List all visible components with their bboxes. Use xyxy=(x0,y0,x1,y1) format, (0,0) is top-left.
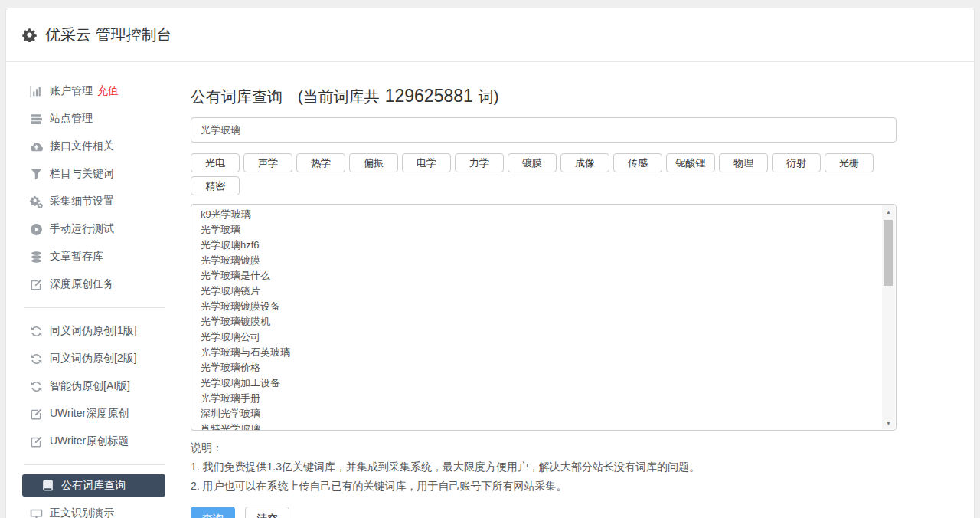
sidebar-item-public-thesaurus-query[interactable]: 公有词库查询 xyxy=(22,474,165,497)
sync-icon xyxy=(30,380,43,393)
sidebar-item-label: 文章暂存库 xyxy=(50,250,103,264)
tag-button-row: 光电声学热学偏振电学力学镀膜成像传感铌酸锂物理衍射光栅精密 xyxy=(191,153,897,195)
keyword-search-input[interactable] xyxy=(191,117,897,143)
sidebar-item-label: UWriter深度原创 xyxy=(50,407,129,421)
sidebar-item-api-files[interactable]: 接口文件相关 xyxy=(6,133,191,160)
notes-line-1: 1. 我们免费提供1.3亿关键词库，并集成到采集系统，最大限度方便用户，解决大部… xyxy=(191,457,897,477)
tag-button[interactable]: 传感 xyxy=(613,153,662,172)
notes-title: 说明： xyxy=(191,438,897,457)
query-button[interactable]: 查询 xyxy=(191,507,235,518)
tag-button[interactable]: 热学 xyxy=(296,153,345,172)
edit-icon xyxy=(30,278,43,291)
notes-line-2: 2. 用户也可以在系统上传自己已有的关键词库，用于自己账号下所有网站采集。 xyxy=(191,477,897,496)
keyword-line: 光学玻璃与石英玻璃 xyxy=(201,345,887,360)
tag-button[interactable]: 力学 xyxy=(455,153,504,172)
tag-button[interactable]: 物理 xyxy=(719,153,768,172)
sidebar-item-deep-original-task[interactable]: 深度原创任务 xyxy=(6,270,191,298)
sidebar-item-label: 采集细节设置 xyxy=(50,195,114,208)
app-card: 优采云 管理控制台 账户管理充值站点管理接口文件相关栏目与关键词采集细节设置手动… xyxy=(5,8,975,518)
play-circle-icon xyxy=(30,223,43,236)
sidebar-item-uwriter-deep-original[interactable]: UWriter深度原创 xyxy=(6,400,191,428)
sidebar-item-label: 手动运行测试 xyxy=(50,222,114,236)
sidebar-item-synonym-rewrite-v1[interactable]: 同义词伪原创[1版] xyxy=(6,317,191,345)
tag-button[interactable]: 精密 xyxy=(191,176,240,195)
gears-icon xyxy=(30,195,43,208)
sync-icon xyxy=(30,325,43,338)
book-icon xyxy=(41,479,54,492)
keyword-line: 光学玻璃hzf6 xyxy=(201,238,887,253)
word-count-value: 129625881 xyxy=(385,85,473,107)
sidebar-item-columns-keywords[interactable]: 栏目与关键词 xyxy=(6,160,191,188)
tag-button[interactable]: 光电 xyxy=(191,153,240,172)
word-count-suffix: 词) xyxy=(479,86,499,107)
keyword-line: 光学玻璃镜片 xyxy=(201,284,887,299)
edit-icon xyxy=(30,435,43,448)
main-panel: 公有词库查询 (当前词库共 129625881 词) 光电声学热学偏振电学力学镀… xyxy=(191,62,974,518)
tag-button[interactable]: 电学 xyxy=(402,153,451,172)
sidebar-divider xyxy=(24,464,165,465)
clear-button[interactable]: 清空 xyxy=(245,507,289,518)
sidebar-item-label: 接口文件相关 xyxy=(50,139,114,153)
tag-button[interactable]: 成像 xyxy=(560,153,609,172)
edit-icon xyxy=(30,408,43,421)
keyword-results-list: k9光学玻璃光学玻璃光学玻璃hzf6光学玻璃镀膜光学玻璃是什么光学玻璃镜片光学玻… xyxy=(191,205,896,431)
sidebar-item-synonym-rewrite-v2[interactable]: 同义词伪原创[2版] xyxy=(6,345,191,372)
keyword-line: 光学玻璃加工设备 xyxy=(201,375,887,391)
tag-button[interactable]: 偏振 xyxy=(349,153,398,172)
sidebar-item-label: 公有词库查询 xyxy=(61,479,126,493)
scrollbar-down-button[interactable]: ▼ xyxy=(882,417,895,429)
keyword-line: 光学玻璃镀膜设备 xyxy=(201,299,887,314)
scrollbar-up-button[interactable]: ▲ xyxy=(882,205,895,218)
recharge-badge[interactable]: 充值 xyxy=(97,84,119,98)
filter-icon xyxy=(30,168,43,181)
action-buttons: 查询 清空 xyxy=(191,507,897,518)
sync-icon xyxy=(30,352,43,366)
keyword-line: k9光学玻璃 xyxy=(201,207,887,222)
sidebar-item-label: 栏目与关键词 xyxy=(50,167,114,181)
tag-button[interactable]: 光栅 xyxy=(825,153,874,172)
tag-button[interactable]: 镀膜 xyxy=(508,153,557,172)
sidebar-item-label: 智能伪原创[AI版] xyxy=(50,379,130,393)
sidebar-item-collection-settings[interactable]: 采集细节设置 xyxy=(6,188,191,215)
keyword-line: 深圳光学玻璃 xyxy=(201,406,887,421)
sidebar-item-content-recognition-demo[interactable]: 正文识别演示 xyxy=(6,500,191,518)
tag-button[interactable]: 铌酸锂 xyxy=(666,153,715,172)
keyword-line: 光学玻璃镀膜机 xyxy=(201,314,887,329)
sidebar-item-manual-run-test[interactable]: 手动运行测试 xyxy=(6,215,191,243)
bar-chart-icon xyxy=(30,85,43,98)
server-icon xyxy=(30,113,43,126)
sidebar-item-label: 账户管理 xyxy=(50,84,93,98)
sidebar-item-label: 同义词伪原创[1版] xyxy=(50,324,137,338)
keyword-line: 光学玻璃是什么 xyxy=(201,268,887,284)
tag-button[interactable]: 衍射 xyxy=(772,153,821,172)
keyword-results-box[interactable]: k9光学玻璃光学玻璃光学玻璃hzf6光学玻璃镀膜光学玻璃是什么光学玻璃镜片光学玻… xyxy=(191,204,897,431)
sidebar-item-label: UWriter原创标题 xyxy=(50,434,129,448)
gear-icon xyxy=(22,28,37,42)
app-header: 优采云 管理控制台 xyxy=(6,8,974,62)
sidebar-item-account-management[interactable]: 账户管理充值 xyxy=(6,77,191,105)
word-count-prefix: (当前词库共 xyxy=(298,86,380,107)
keyword-line: 光学玻璃手册 xyxy=(201,391,887,406)
sidebar-item-label: 站点管理 xyxy=(50,112,93,126)
cloud-upload-icon xyxy=(30,140,43,153)
sidebar-divider xyxy=(24,307,165,308)
app-title: 优采云 管理控制台 xyxy=(45,25,172,45)
sidebar-item-ai-rewrite[interactable]: 智能伪原创[AI版] xyxy=(6,372,191,400)
sidebar-item-label: 深度原创任务 xyxy=(50,277,114,291)
sidebar-item-article-cache[interactable]: 文章暂存库 xyxy=(6,243,191,270)
keyword-line: 肖特光学玻璃 xyxy=(201,421,887,431)
keyword-line: 光学玻璃价格 xyxy=(201,360,887,375)
page-title-text: 公有词库查询 xyxy=(191,86,283,107)
keyword-line: 光学玻璃 xyxy=(201,222,887,238)
sidebar: 账户管理充值站点管理接口文件相关栏目与关键词采集细节设置手动运行测试文章暂存库深… xyxy=(6,62,191,518)
database-icon xyxy=(30,251,43,264)
sidebar-item-label: 正文识别演示 xyxy=(50,507,114,518)
scrollbar[interactable]: ▲ ▼ xyxy=(882,205,895,429)
keyword-line: 光学玻璃镀膜 xyxy=(201,253,887,268)
monitor-icon xyxy=(30,507,43,518)
sidebar-item-site-management[interactable]: 站点管理 xyxy=(6,105,191,133)
page-title: 公有词库查询 (当前词库共 129625881 词) xyxy=(191,85,897,107)
tag-button[interactable]: 声学 xyxy=(243,153,292,172)
sidebar-item-uwriter-original-title[interactable]: UWriter原创标题 xyxy=(6,428,191,455)
scrollbar-thumb[interactable] xyxy=(884,220,893,286)
